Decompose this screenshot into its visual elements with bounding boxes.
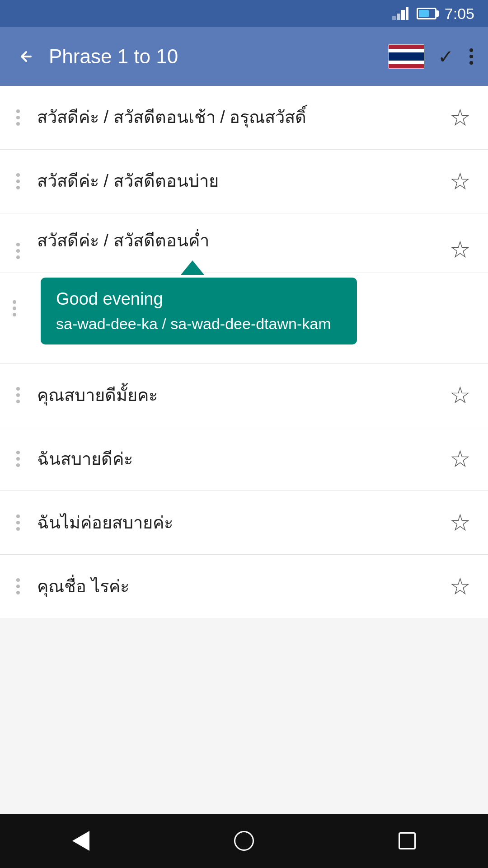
phrase-text-3: สวัสดีค่ะ / สวัสดีตอนค่ำ [37, 229, 436, 253]
phrase-item-1: สวัสดีค่ะ / สวัสดีตอนเช้า / อรุณสวัสดิ์ … [0, 86, 488, 150]
svg-marker-3 [406, 7, 408, 20]
battery-icon [417, 8, 436, 19]
phrase-item-3: สวัสดีค่ะ / สวัสดีตอนค่ำ ☆ [0, 213, 488, 273]
app-bar: Phrase 1 to 10 ✓ [0, 27, 488, 86]
tooltip-arrow [181, 260, 204, 275]
status-bar: 7:05 [0, 0, 488, 27]
more-dot-1 [469, 48, 473, 52]
drag-handle-1[interactable] [13, 106, 23, 129]
tooltip-phonetic: sa-wad-dee-ka / sa-wad-dee-dtawn-kam [56, 315, 342, 333]
star-button-4[interactable]: ☆ [445, 379, 475, 411]
app-bar-title: Phrase 1 to 10 [49, 45, 379, 68]
flag-white-top [389, 49, 424, 53]
more-dot-2 [469, 55, 473, 58]
phrase-text-1: สวัสดีค่ะ / สวัสดีตอนเช้า / อรุณสวัสดิ์ [37, 105, 436, 129]
flag-red-top [389, 45, 424, 49]
drag-handle-4[interactable] [13, 383, 23, 407]
flag-white-bottom [389, 61, 424, 65]
back-button[interactable] [13, 43, 40, 70]
phrase-text-7: คุณชื่อ ไรค่ะ [37, 575, 436, 599]
tooltip-english: Good evening [56, 289, 342, 309]
tooltip-box: Good evening sa-wad-dee-ka / sa-wad-dee-… [41, 278, 357, 344]
phrase-item-4: คุณสบายดีมั้ยคะ ☆ [0, 363, 488, 427]
status-time: 7:05 [445, 5, 474, 23]
phrase-item-6: ฉันไม่ค่อยสบายค่ะ ☆ [0, 491, 488, 555]
drag-handle-6[interactable] [13, 511, 23, 534]
phrase-item-2: สวัสดีค่ะ / สวัสดีตอนบ่าย ☆ [0, 150, 488, 213]
drag-handle-2[interactable] [13, 170, 23, 193]
nav-back-button[interactable] [54, 822, 108, 860]
nav-recents-icon [399, 832, 416, 849]
star-button-2[interactable]: ☆ [445, 165, 475, 198]
phrase-text-6: ฉันไม่ค่อยสบายค่ะ [37, 511, 436, 535]
status-icons: 7:05 [392, 5, 474, 23]
svg-marker-1 [397, 14, 400, 20]
svg-marker-0 [392, 16, 396, 20]
phrase-item-7: คุณชื่อ ไรค่ะ ☆ [0, 555, 488, 618]
drag-handle-5[interactable] [13, 447, 23, 471]
star-button-5[interactable]: ☆ [445, 443, 475, 475]
nav-back-icon [72, 831, 89, 851]
phrase-text-2: สวัสดีค่ะ / สวัสดีตอนบ่าย [37, 169, 436, 193]
drag-handle-3[interactable] [13, 239, 23, 263]
tooltip-row: Good evening sa-wad-dee-ka / sa-wad-dee-… [0, 273, 488, 363]
more-menu-button[interactable] [467, 46, 475, 67]
star-button-3[interactable]: ☆ [445, 233, 475, 266]
app-bar-actions: ✓ [388, 44, 475, 69]
nav-recents-button[interactable] [380, 823, 434, 859]
checkmark-button[interactable]: ✓ [438, 46, 454, 68]
battery-fill [419, 10, 429, 17]
more-dot-3 [469, 61, 473, 65]
nav-bar [0, 814, 488, 868]
drag-handle-7[interactable] [13, 575, 23, 598]
thailand-flag[interactable] [388, 44, 424, 69]
phrase-text-5: ฉันสบายดีค่ะ [37, 447, 436, 471]
signal-icon [392, 7, 408, 20]
drag-handle-tooltip[interactable] [13, 300, 16, 316]
flag-blue [389, 52, 424, 60]
phrase-item-5: ฉันสบายดีค่ะ ☆ [0, 427, 488, 491]
nav-home-icon [234, 831, 254, 851]
star-button-7[interactable]: ☆ [445, 570, 475, 603]
phrase-list: สวัสดีค่ะ / สวัสดีตอนเช้า / อรุณสวัสดิ์ … [0, 86, 488, 618]
star-button-6[interactable]: ☆ [445, 506, 475, 539]
flag-red-bottom [389, 64, 424, 68]
svg-marker-2 [401, 10, 405, 20]
phrase-text-4: คุณสบายดีมั้ยคะ [37, 383, 436, 407]
star-button-1[interactable]: ☆ [445, 101, 475, 134]
nav-home-button[interactable] [216, 822, 272, 860]
